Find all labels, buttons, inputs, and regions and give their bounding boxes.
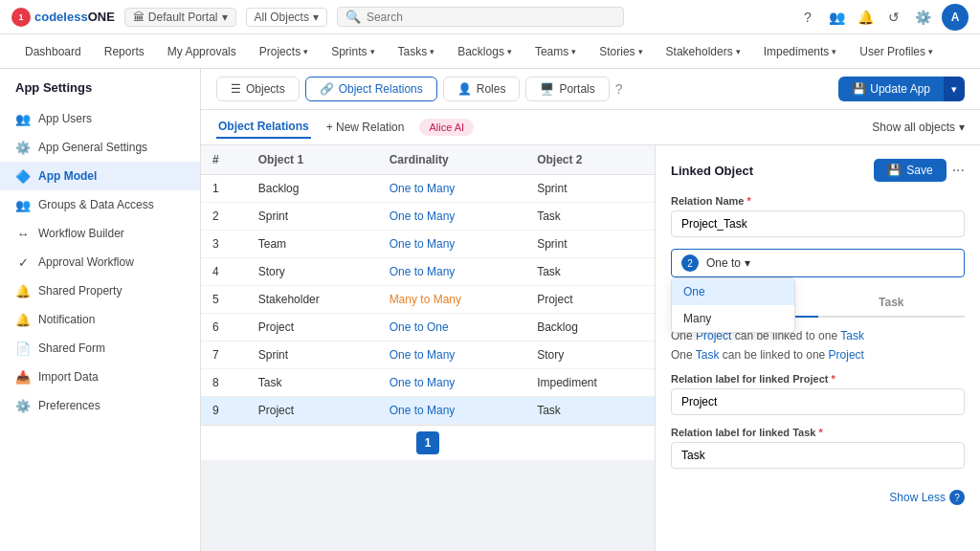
nav-bar: Dashboard Reports My Approvals Projects … [0,34,980,69]
nav-teams[interactable]: Teams ▾ [525,41,586,62]
portal-button[interactable]: 🏛 Default Portal ▾ [124,8,236,27]
save-button[interactable]: 💾 Save [874,159,946,182]
tab-roles[interactable]: 👤 Roles [443,77,521,101]
info-project-link2[interactable]: Project [829,348,864,362]
nav-tasks[interactable]: Tasks ▾ [389,41,445,62]
table-row[interactable]: 2 Sprint One to Many Task [201,203,655,231]
update-btn-group: 💾 Update App ▾ [838,77,965,101]
required-marker: * [746,195,750,207]
cardinality-link[interactable]: One to Many [390,348,456,362]
bell-icon[interactable]: 🔔 [856,8,875,27]
users-icon[interactable]: 👥 [827,8,846,27]
relation-name-input[interactable] [671,210,965,237]
cardinality-link[interactable]: Many to Many [390,293,461,306]
nav-dashboard[interactable]: Dashboard [15,41,91,62]
cell-num: 5 [201,286,247,314]
table-row[interactable]: 3 Team One to Many Sprint [201,231,655,258]
cell-cardinality: Many to Many [378,286,526,314]
nav-userprofiles[interactable]: User Profiles ▾ [850,41,943,62]
table-row[interactable]: 8 Task One to Many Impediment [201,369,655,397]
update-app-dropdown-button[interactable]: ▾ [944,77,965,101]
sidebar: App Settings 👥 App Users ⚙️ App General … [0,69,201,551]
nav-impediments[interactable]: Impediments ▾ [754,41,847,62]
table-row[interactable]: 4 Story One to Many Task [201,258,655,286]
col-num: # [201,145,247,175]
cell-cardinality: One to Many [378,397,526,425]
more-options-button[interactable]: ··· [952,162,965,179]
sidebar-item-sharedproperty[interactable]: 🔔 Shared Property [0,276,200,305]
sidebar-item-appmodel[interactable]: 🔷 App Model [0,162,200,190]
info-task-link1[interactable]: Task [840,329,864,342]
show-less-icon: ? [949,490,965,505]
table-row[interactable]: 7 Sprint One to Many Story [201,342,655,369]
sidebar-label-importdata: Import Data [38,370,99,384]
table-row[interactable]: 9 Project One to Many Task [201,397,655,425]
relations-table-wrapper: # Object 1 Cardinality Object 2 1 Backlo… [201,145,655,551]
nav-reports[interactable]: Reports [95,41,154,62]
nav-backlogs[interactable]: Backlogs ▾ [448,41,522,62]
relations-tab-active[interactable]: Object Relations [216,116,311,139]
cardinality-link[interactable]: One to Many [390,404,456,417]
history-icon[interactable]: ↺ [884,8,903,27]
alice-ai-button[interactable]: Alice AI [419,119,474,136]
sidebar-item-generalsettings[interactable]: ⚙️ App General Settings [0,133,200,162]
cardinality-link[interactable]: One to One [390,320,449,334]
workflow-icon: ↔️ [15,226,31,241]
nav-stakeholders[interactable]: Stakeholders ▾ [657,41,750,62]
sidebar-item-sharedform[interactable]: 📄 Shared Form [0,334,200,363]
search-input[interactable] [367,11,615,24]
cardinality-link[interactable]: One to Many [390,376,456,389]
tab-objects[interactable]: ☰ Objects [216,77,300,101]
logo-icon: 1 [11,8,31,27]
cardinality-link[interactable]: One to Many [390,182,456,195]
relations-table: # Object 1 Cardinality Object 2 1 Backlo… [201,145,655,425]
objects-dropdown[interactable]: All Objects ▾ [246,8,327,27]
tab-portals[interactable]: 🖥️ Portals [525,77,609,101]
show-less-button[interactable]: Show Less ? [671,490,965,505]
sidebar-item-approvalworkflow[interactable]: ✓ Approval Workflow [0,248,200,276]
sidebar-item-preferences[interactable]: ⚙️ Preferences [0,391,200,420]
tab-object-relations[interactable]: 🔗 Object Relations [305,77,437,101]
cardinality-link[interactable]: One to Many [390,265,456,278]
linked-panel-header: Linked Object 💾 Save ··· [671,159,965,182]
cardinality-link[interactable]: One to Many [390,209,456,223]
sidebar-item-importdata[interactable]: 📥 Import Data [0,363,200,391]
users-icon: 👥 [15,111,31,126]
avatar[interactable]: A [942,4,969,31]
linked-panel-title: Linked Object [671,164,753,178]
cell-obj1: Task [247,369,378,397]
cardinality-arrow: ▾ [745,256,750,270]
nav-projects[interactable]: Projects ▾ [250,41,318,62]
nav-sprints[interactable]: Sprints ▾ [322,41,384,62]
settings-icon[interactable]: ⚙️ [913,8,932,27]
objects-label: All Objects [255,11,309,24]
save-btn-label: Save [906,164,932,177]
cardinality-link[interactable]: One to Many [390,237,456,251]
sidebar-item-workflowbuilder[interactable]: ↔️ Workflow Builder [0,219,200,248]
sidebar-item-appusers[interactable]: 👥 App Users [0,104,200,133]
tab-task[interactable]: Task [818,289,966,318]
label-project-input[interactable] [671,388,965,415]
sidebar-item-notification[interactable]: 🔔 Notification [0,305,200,334]
table-row[interactable]: 5 Stakeholder Many to Many Project [201,286,655,314]
new-relation-button[interactable]: + New Relation [319,118,412,137]
table-row[interactable]: 6 Project One to One Backlog [201,314,655,342]
cell-cardinality: One to Many [378,342,526,369]
cardinality-selected-label: One to [706,256,741,270]
sidebar-item-groupsdata[interactable]: 👥 Groups & Data Access [0,190,200,219]
update-app-button[interactable]: 💾 Update App [838,77,944,101]
content-help-icon[interactable]: ? [615,81,623,97]
info-task-link2[interactable]: Task [696,348,720,362]
cardinality-select[interactable]: 2 One to ▾ [671,249,965,277]
page-number[interactable]: 1 [416,431,439,454]
cell-obj2: Task [525,258,655,286]
nav-stories[interactable]: Stories ▾ [590,41,652,62]
help-icon[interactable]: ? [798,8,817,27]
cell-obj1: Project [247,314,378,342]
label-task-input[interactable] [671,442,965,469]
dropdown-option-many[interactable]: Many [672,305,794,332]
table-row[interactable]: 1 Backlog One to Many Sprint [201,175,655,203]
show-all-objects[interactable]: Show all objects ▾ [872,121,965,134]
dropdown-option-one[interactable]: One [672,278,794,305]
nav-approvals[interactable]: My Approvals [158,41,246,62]
